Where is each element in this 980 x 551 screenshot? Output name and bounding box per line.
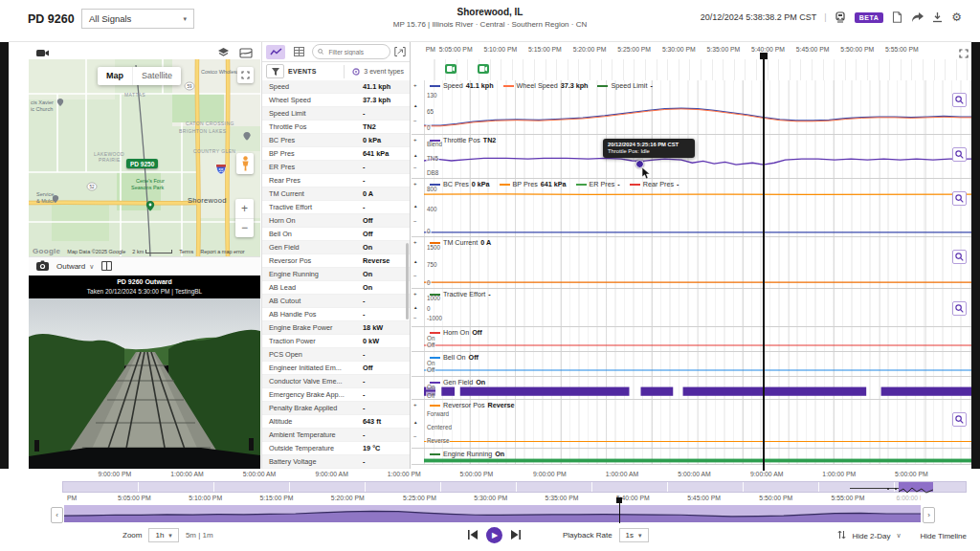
- chart-plot-reversor[interactable]: ForwardCenteredReverseReversor PosRevers…: [424, 400, 971, 448]
- chart-row-tractive[interactable]: +▲−10000-1000Tractive Effort-: [412, 289, 971, 327]
- signal-row[interactable]: Wheel Speed37.3 kph: [262, 94, 410, 107]
- train-position-marker[interactable]: PD 9250: [126, 159, 158, 168]
- signal-row[interactable]: Engine Brake Power18 kW: [262, 321, 410, 335]
- event-camera-icon[interactable]: [445, 64, 457, 74]
- signal-row[interactable]: Battery Voltage-: [262, 455, 410, 469]
- map-zoom-control[interactable]: + −: [235, 199, 254, 237]
- skip-next-button[interactable]: [511, 530, 521, 541]
- signal-row[interactable]: AB Handle Pos-: [262, 308, 410, 321]
- signal-row[interactable]: Outside Temperature19 °C: [262, 442, 410, 455]
- chart-magnifier-button[interactable]: [952, 191, 967, 206]
- events-strip[interactable]: [424, 59, 971, 81]
- camera-frame[interactable]: PD 9260 Outward Taken 20/12/2024 5:30:00…: [29, 276, 260, 469]
- play-button[interactable]: ▶: [486, 527, 502, 543]
- signal-row[interactable]: Emergency Brake App...-: [262, 388, 410, 402]
- zoom-presets[interactable]: 5m | 1m: [186, 531, 213, 540]
- event-types[interactable]: 3 event types: [344, 65, 410, 78]
- chart-magnifier-button[interactable]: [952, 250, 967, 264]
- map-report-link[interactable]: Report a map error: [200, 249, 244, 254]
- chart-plot-throttle[interactable]: BlendTN5DB8Throttle PosTN2: [424, 135, 971, 178]
- gallery-icon[interactable]: [101, 261, 112, 273]
- signal-row[interactable]: Throttle PosTN2: [262, 121, 410, 134]
- chart-axis-controls[interactable]: +▲−: [412, 237, 424, 288]
- signal-row[interactable]: Horn OnOff: [262, 214, 410, 228]
- chart-magnifier-button[interactable]: [952, 147, 967, 162]
- chart-plot-engine[interactable]: Engine RunningOn: [424, 449, 971, 464]
- signal-row[interactable]: BP Pres641 kPa: [262, 147, 410, 161]
- fit-to-data-icon[interactable]: [394, 43, 406, 60]
- signal-row[interactable]: Gen FieldOn: [262, 241, 410, 254]
- chart-axis-controls[interactable]: +▲−: [412, 179, 424, 236]
- chart-plot-pres[interactable]: 8004000BC Pres0 kPaBP Pres641 kPaER Pres…: [424, 179, 971, 236]
- chart-axis-controls[interactable]: [412, 352, 424, 376]
- chart-row-pres[interactable]: +▲−8004000BC Pres0 kPaBP Pres641 kPaER P…: [412, 179, 971, 237]
- signal-row[interactable]: PCS Open-: [262, 348, 410, 362]
- signal-row[interactable]: Traction Power0 kW: [262, 335, 410, 348]
- settings-gear-icon[interactable]: ⚙: [951, 11, 962, 24]
- chart-magnifier-button[interactable]: [952, 301, 967, 316]
- download-icon[interactable]: [931, 11, 944, 24]
- event-camera-icon[interactable]: [478, 64, 489, 74]
- signal-scrollbar[interactable]: [406, 243, 409, 320]
- chart-axis-controls[interactable]: +▲−: [412, 400, 424, 448]
- map[interactable]: 55 52 59 Costco Wholesalecis Xavieric Ch…: [29, 59, 260, 256]
- zoom-select[interactable]: 1h ▾: [148, 528, 178, 542]
- signal-row[interactable]: Ambient Temperature-: [262, 429, 410, 442]
- map-zoom-in-button[interactable]: +: [235, 199, 254, 219]
- hide-timeline-toggle[interactable]: Hide Timeline: [921, 532, 967, 540]
- signal-search[interactable]: [312, 44, 390, 59]
- pegman-icon[interactable]: [236, 153, 254, 174]
- chart-magnifier-button[interactable]: [952, 93, 967, 107]
- map-terms-link[interactable]: Terms: [179, 249, 193, 254]
- chart-plot-gen[interactable]: OnOffGen FieldOn: [424, 377, 971, 399]
- signal-row[interactable]: Reversor PosReverse: [262, 254, 410, 268]
- signal-row[interactable]: BC Pres0 kPa: [262, 134, 410, 147]
- signal-search-input[interactable]: [326, 48, 385, 56]
- chart-plot-bell[interactable]: OnOffBell OnOff: [424, 352, 971, 376]
- chart-plot-tm[interactable]: 15007500TM Current0 A: [424, 237, 971, 288]
- signal-row[interactable]: Speed41.1 kph: [262, 80, 410, 94]
- map-type-control[interactable]: Map Satellite: [98, 67, 181, 85]
- playhead-line[interactable]: [763, 56, 765, 471]
- chart-row-bell[interactable]: OnOffBell OnOff: [412, 352, 971, 377]
- chart-row-speed[interactable]: +▲−130650Speed41.1 kphWheel Speed37.3 kp…: [412, 80, 971, 135]
- skip-previous-button[interactable]: [468, 530, 478, 541]
- chart-row-reversor[interactable]: +▲−ForwardCenteredReverseReversor PosRev…: [412, 400, 971, 449]
- map-fullscreen-icon[interactable]: [237, 67, 254, 83]
- signal-row[interactable]: TM Current0 A: [262, 187, 410, 201]
- chart-axis-controls[interactable]: [412, 377, 424, 399]
- signal-row[interactable]: Bell OnOff: [262, 228, 410, 241]
- chart-row-horn[interactable]: OnOffHorn OnOff: [412, 327, 971, 352]
- signal-row[interactable]: AB Cutout-: [262, 295, 410, 308]
- signal-row[interactable]: ER Pres-: [262, 161, 410, 174]
- timeline-scroll-right-button[interactable]: ›: [923, 507, 935, 523]
- tab-chart-view[interactable]: [266, 45, 285, 59]
- map-zoom-out-button[interactable]: −: [235, 219, 254, 238]
- hide-2day-toggle[interactable]: Hide 2-Day: [852, 532, 890, 540]
- camera-icon[interactable]: [36, 260, 49, 273]
- chart-row-tm[interactable]: +▲−15007500TM Current0 A: [412, 237, 971, 289]
- chart-axis-controls[interactable]: [412, 449, 424, 464]
- signal-row[interactable]: Speed Limit-: [262, 107, 410, 121]
- playback-rate-select[interactable]: 1s ▾: [619, 528, 649, 542]
- signal-row[interactable]: Engineer Initiated Em...Off: [262, 362, 410, 375]
- map-type-map[interactable]: Map: [98, 67, 132, 85]
- map-type-satellite[interactable]: Satellite: [132, 67, 181, 85]
- signal-row[interactable]: AB LeadOn: [262, 281, 410, 295]
- chart-plot-tractive[interactable]: 10000-1000Tractive Effort-: [424, 289, 971, 326]
- chart-axis-controls[interactable]: +▲−: [412, 289, 424, 326]
- chart-plot-horn[interactable]: OnOffHorn OnOff: [424, 327, 971, 351]
- signal-row[interactable]: Rear Pres-: [262, 174, 410, 187]
- chart-axis-controls[interactable]: +▲−: [412, 135, 424, 178]
- signal-row[interactable]: Penalty Brake Applied-: [262, 402, 410, 415]
- camera-view-dropdown[interactable]: Outward ∨: [56, 262, 94, 271]
- timeline-scroll-left-button[interactable]: ‹: [51, 507, 63, 523]
- chart-row-gen[interactable]: OnOffGen FieldOn: [412, 377, 971, 400]
- report-icon[interactable]: [891, 11, 903, 24]
- playhead-handle[interactable]: [760, 53, 768, 59]
- timeline-detail-band[interactable]: [64, 505, 921, 522]
- timeline-playhead[interactable]: [616, 497, 623, 523]
- share-icon[interactable]: [911, 11, 924, 24]
- chart-magnifier-button[interactable]: [952, 412, 967, 427]
- chart-plot-speed[interactable]: 130650Speed41.1 kphWheel Speed37.3 kphSp…: [424, 80, 971, 134]
